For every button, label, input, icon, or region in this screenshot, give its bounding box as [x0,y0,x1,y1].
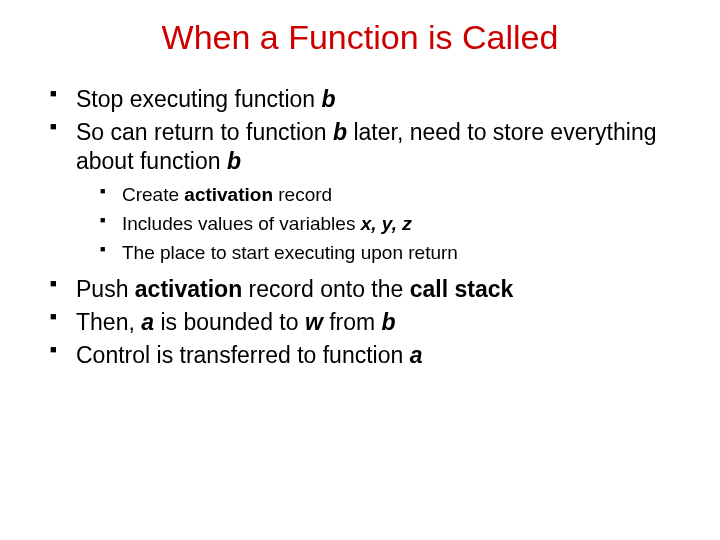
text: record [273,184,332,205]
bold: call stack [410,276,514,302]
emph: b [382,309,396,335]
emph: x, y, z [361,213,412,234]
emph: a [410,342,423,368]
list-item: Push activation record onto the call sta… [50,275,680,304]
text: from [323,309,382,335]
text: So can return to function [76,119,333,145]
slide: When a Function is Called Stop executing… [0,0,720,540]
list-item: Stop executing function b [50,85,680,114]
text: Control is transferred to function [76,342,410,368]
emph: b [333,119,347,145]
text: is bounded to [154,309,305,335]
text: record onto the [242,276,410,302]
bold: activation [184,184,273,205]
text: Includes values of variables [122,213,361,234]
emph: b [322,86,336,112]
emph: w [305,309,323,335]
list-item: Create activation record [100,183,680,208]
text: Create [122,184,184,205]
bullet-list-level1: Stop executing function b So can return … [30,85,690,370]
bold: activation [135,276,242,302]
text: Stop executing function [76,86,322,112]
list-item: So can return to function b later, need … [50,118,680,266]
text: Then, [76,309,141,335]
list-item: Then, a is bounded to w from b [50,308,680,337]
emph: a [141,309,154,335]
list-item: Control is transferred to function a [50,341,680,370]
text: The place to start executing upon return [122,242,458,263]
emph: b [227,148,241,174]
text: Push [76,276,135,302]
list-item: The place to start executing upon return [100,241,680,266]
slide-title: When a Function is Called [30,18,690,57]
list-item: Includes values of variables x, y, z [100,212,680,237]
bullet-list-level2: Create activation record Includes values… [76,183,680,265]
